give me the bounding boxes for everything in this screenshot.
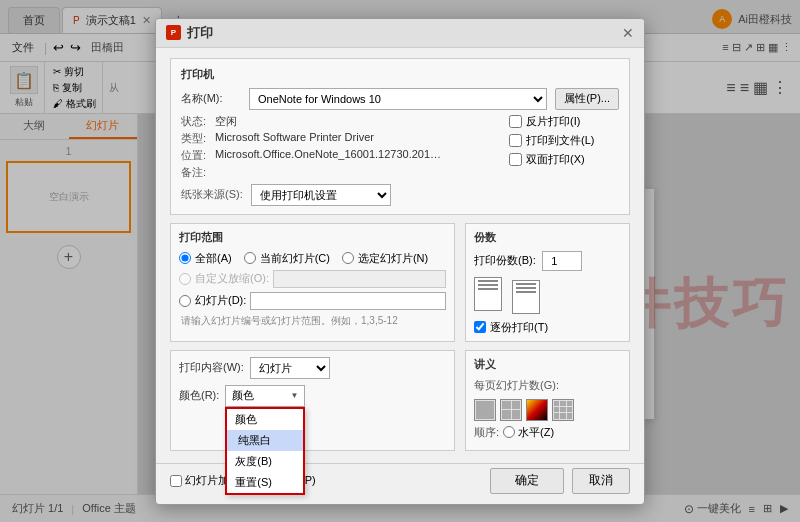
comment-label: 备注: (181, 165, 211, 180)
printer-details: 状态: 空闲 类型: Microsoft Software Printer Dr… (181, 114, 619, 180)
all-radio[interactable]: 全部(A) 当前幻灯片(C) 选定幻灯片(N) (179, 251, 446, 266)
order-row: 顺序: 水平(Z) (474, 425, 621, 440)
printer-name-row: 名称(M): OneNote for Windows 10 属性(P)... (181, 88, 619, 110)
custom-zoom-input[interactable] (273, 270, 446, 288)
color-value-label: 颜色 (232, 388, 286, 403)
print-dialog: P 打印 ✕ 打印机 名称(M): OneNote for Windows 10 (155, 18, 645, 505)
preview-title: 讲义 (474, 357, 621, 372)
copy-icons-row (474, 277, 621, 314)
dropdown-arrow-icon: ▼ (290, 391, 298, 400)
name-label: 名称(M): (181, 91, 241, 106)
location-row: 位置: Microsoft.Office.OneNote_16001.12730… (181, 148, 501, 163)
footer-buttons: 确定 取消 (490, 468, 630, 494)
grid-2x2[interactable] (500, 399, 522, 421)
copy-icon-2 (512, 280, 540, 314)
dialog-titlebar: P 打印 ✕ (156, 19, 644, 48)
print-range-section: 打印范围 全部(A) 当前幻灯片(C) 选定幻灯片(N) 自定义放缩(O): (170, 223, 455, 342)
print-content-row: 打印内容(W): 幻灯片 (179, 357, 446, 379)
grid-3x3[interactable] (552, 399, 574, 421)
color-dropdown[interactable]: 颜色 ▼ 颜色 纯黑白 灰度(B) 重置(S) (225, 385, 305, 407)
reverse-print-checkbox[interactable]: 反片打印(I) (509, 114, 619, 129)
dialog-title: P 打印 (166, 24, 213, 42)
color-dropdown-trigger[interactable]: 颜色 ▼ (225, 385, 305, 407)
all-label: 全部(A) (195, 251, 232, 266)
comment-row: 备注: (181, 165, 501, 180)
preview-section: 讲义 每页幻灯片数(G): (465, 350, 630, 451)
copies-input-row: 打印份数(B): (474, 251, 621, 271)
slides-range-row: 幻灯片(D): (179, 292, 446, 310)
color-option-bw[interactable]: 纯黑白 (227, 430, 303, 451)
color-option-color[interactable]: 颜色 (227, 409, 303, 430)
paper-source-select[interactable]: 使用打印机设置 (251, 184, 391, 206)
printer-select[interactable]: OneNote for Windows 10 (249, 88, 547, 110)
horizontal-radio[interactable]: 水平(Z) (503, 425, 554, 440)
cancel-button[interactable]: 取消 (572, 468, 630, 494)
collate-checkbox[interactable]: 逐份打印(T) (474, 320, 621, 335)
grid-1x1[interactable] (474, 399, 496, 421)
print-to-file-checkbox[interactable]: 打印到文件(L) (509, 133, 619, 148)
color-row: 颜色(R): 颜色 ▼ 颜色 纯黑白 (179, 385, 446, 407)
paper-source-label: 纸张来源(S): (181, 187, 243, 202)
slides-label: 幻灯片(D): (195, 293, 246, 308)
dialog-title-icon: P (166, 25, 181, 40)
color-label: 颜色(R): (179, 388, 219, 403)
bottom-section: 打印内容(W): 幻灯片 颜色(R): 颜色 ▼ (170, 350, 630, 451)
two-column-section: 打印范围 全部(A) 当前幻灯片(C) 选定幻灯片(N) 自定义放缩(O): (170, 223, 630, 342)
copies-section: 份数 打印份数(B): (465, 223, 630, 342)
print-content-select[interactable]: 幻灯片 (250, 357, 330, 379)
location-value: Microsoft.Office.OneNote_16001.12730.201… (215, 148, 445, 163)
custom-zoom-row: 自定义放缩(O): (179, 270, 446, 288)
color-option-gray[interactable]: 灰度(B) (227, 451, 303, 472)
location-label: 位置: (181, 148, 211, 163)
copy-icon-1 (474, 277, 502, 311)
dialog-close-button[interactable]: ✕ (622, 25, 634, 41)
selected-label: 选定幻灯片(N) (358, 251, 428, 266)
dialog-overlay: P 打印 ✕ 打印机 名称(M): OneNote for Windows 10 (0, 0, 800, 522)
dialog-title-text: 打印 (187, 24, 213, 42)
collate-label: 逐份打印(T) (490, 320, 548, 335)
confirm-button[interactable]: 确定 (490, 468, 564, 494)
copies-title: 份数 (474, 230, 621, 245)
dialog-body: 打印机 名称(M): OneNote for Windows 10 属性(P).… (156, 48, 644, 461)
color-option-reset[interactable]: 重置(S) (227, 472, 303, 493)
printer-section: 打印机 名称(M): OneNote for Windows 10 属性(P).… (170, 58, 630, 215)
printer-section-title: 打印机 (181, 67, 619, 82)
print-range-title: 打印范围 (179, 230, 446, 245)
copies-input[interactable] (542, 251, 582, 271)
paper-source-row: 纸张来源(S): 使用打印机设置 (181, 184, 619, 206)
status-value: 空闲 (215, 114, 237, 129)
content-section: 打印内容(W): 幻灯片 颜色(R): 颜色 ▼ (170, 350, 455, 451)
type-row: 类型: Microsoft Software Printer Driver (181, 131, 501, 146)
double-sided-checkbox[interactable]: 双面打印(X) (509, 152, 619, 167)
per-page-row: 每页幻灯片数(G): (474, 378, 621, 421)
printer-checkboxes: 反片打印(I) 打印到文件(L) 双面打印(X) (509, 114, 619, 180)
status-row: 状态: 空闲 (181, 114, 501, 129)
status-label: 状态: (181, 114, 211, 129)
type-label: 类型: (181, 131, 211, 146)
color-dropdown-list: 颜色 纯黑白 灰度(B) 重置(S) (225, 407, 305, 495)
per-page-grid (474, 399, 574, 421)
printer-info-left: 状态: 空闲 类型: Microsoft Software Printer Dr… (181, 114, 501, 180)
order-label: 顺序: (474, 425, 499, 440)
slides-range-input[interactable] (250, 292, 446, 310)
custom-zoom-label: 自定义放缩(O): (195, 271, 269, 286)
copies-label: 打印份数(B): (474, 253, 536, 268)
current-label: 当前幻灯片(C) (260, 251, 330, 266)
slides-hint: 请输入幻灯片编号或幻灯片范围。例如，1,3,5-12 (179, 314, 446, 328)
type-value: Microsoft Software Printer Driver (215, 131, 374, 146)
properties-button[interactable]: 属性(P)... (555, 88, 619, 110)
per-page-label: 每页幻灯片数(G): (474, 378, 559, 393)
color-sample (526, 399, 548, 421)
print-content-label: 打印内容(W): (179, 360, 244, 375)
